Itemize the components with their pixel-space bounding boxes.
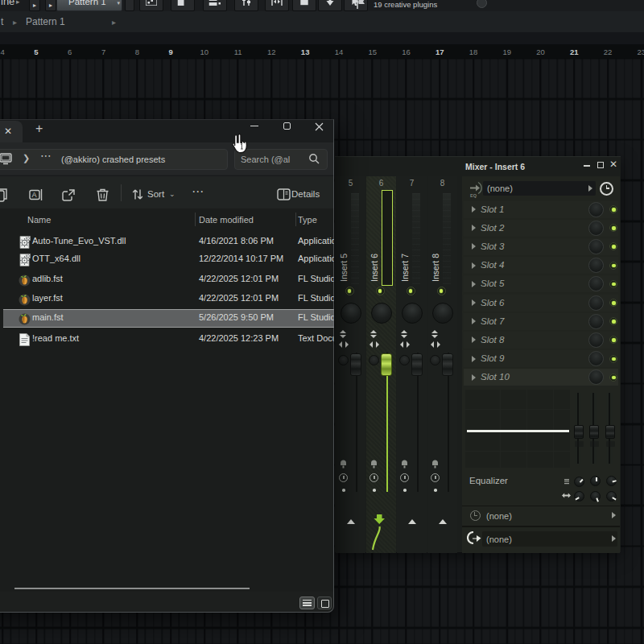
svg-text:EQ: EQ (470, 193, 477, 198)
svg-text:A: A (31, 191, 36, 199)
